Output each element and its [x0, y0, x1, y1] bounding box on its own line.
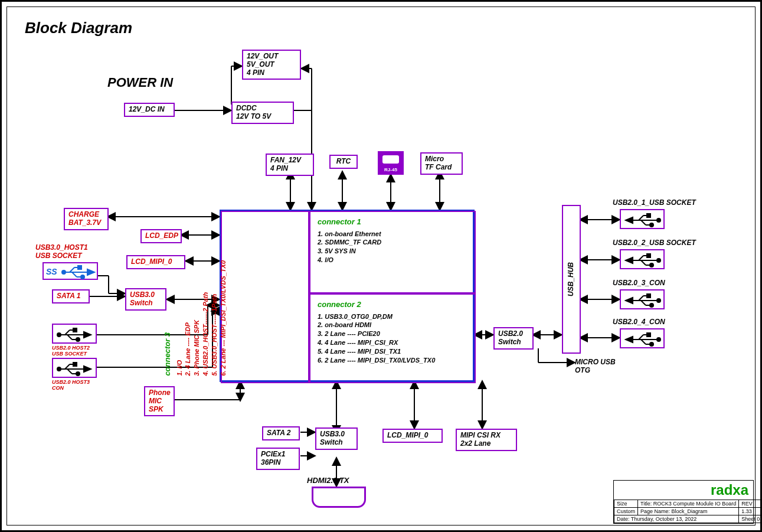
page-title: Block Diagram: [25, 19, 132, 37]
logo: radxa: [711, 482, 748, 498]
svg-point-88: [657, 299, 660, 302]
svg-line-92: [641, 301, 646, 305]
usb-hub-label: USB_HUB: [567, 262, 575, 296]
usb2-3-label: USB2.0_3_CON: [613, 279, 665, 287]
svg-rect-100: [647, 333, 650, 337]
block-usb2-switch: USB2.0 Switch: [493, 327, 534, 350]
svg-point-51: [57, 333, 61, 337]
block-sata2: SATA 2: [262, 426, 300, 440]
svg-line-44: [70, 267, 74, 272]
usb2-1-icon: [620, 209, 665, 229]
c2-item-2: 2. on-board HDMI: [318, 321, 467, 329]
c2-item-4: 4. 4 Lane ---- MIPI_CSI_RX: [318, 338, 467, 347]
c3-item-5: 5. USB3.0_HOST------1Path: [210, 216, 219, 376]
svg-line-65: [67, 369, 72, 374]
svg-line-101: [641, 340, 646, 344]
block-sata1: SATA 1: [52, 289, 90, 303]
svg-point-58: [76, 338, 80, 341]
tb-date-lbl: Date:: [617, 516, 630, 522]
usb2-host2-icon: [52, 324, 97, 344]
tb-title-val: ROCK3 Compute Module IO Board: [653, 501, 737, 507]
c1-item-4: 4. I/O: [318, 256, 467, 265]
power-in-label: POWER IN: [107, 75, 173, 90]
svg-point-67: [76, 372, 80, 376]
svg-line-80: [639, 256, 643, 260]
micro-usb-otg-label: MICRO USB OTG: [575, 358, 616, 374]
svg-line-53: [65, 330, 70, 335]
block-tf-card: Micro TF Card: [420, 152, 463, 175]
block-fan: FAN_12V 4 PIN: [266, 154, 314, 176]
tb-size-lbl: Size: [614, 500, 638, 508]
svg-point-76: [650, 223, 653, 227]
ss-usb3-icon: SS: [42, 262, 98, 280]
svg-line-89: [639, 296, 643, 301]
svg-marker-68: [626, 217, 633, 223]
svg-point-94: [650, 303, 653, 307]
tb-sheet-lbl: Sheet: [741, 516, 756, 522]
block-12v-5v-out: 12V_OUT 5V_OUT 4 PIN: [242, 50, 301, 80]
svg-line-98: [639, 335, 643, 340]
connector-1-title: connector 1: [318, 217, 467, 227]
usb2-4-icon: [620, 328, 665, 348]
tb-rev-val: 1.33: [739, 508, 762, 515]
svg-point-103: [650, 342, 653, 346]
c1-item-2: 2. SDMMC_TF CARD: [318, 238, 467, 247]
block-12v-dc-in: 12V_DC IN: [124, 103, 175, 117]
svg-marker-86: [626, 298, 633, 303]
block-dcdc: DCDC 12V TO 5V: [231, 102, 294, 124]
block-usb3-switch-bottom: USB3.0 Switch: [315, 427, 358, 450]
block-usb-hub: USB_HUB: [562, 205, 581, 354]
svg-marker-52: [84, 332, 91, 338]
block-charge-bat: CHARGE BAT_3.7V: [64, 208, 109, 230]
svg-marker-61: [84, 366, 91, 372]
usb2-1-label: USB2.0_1_USB SOCKET: [613, 198, 696, 207]
usb2-4-label: USB2.0_4_CON: [613, 318, 665, 326]
rj45-icon: RJ-45: [378, 151, 404, 175]
svg-point-49: [81, 275, 84, 279]
c1-item-3: 3. 5V SYS IN: [318, 247, 467, 256]
svg-line-62: [65, 364, 70, 369]
block-mipi-csi-rx: MIPI CSI RX 2x2 Lane: [456, 429, 517, 451]
svg-point-79: [657, 259, 660, 262]
block-phone-mic-spk: Phone MIC SPK: [144, 386, 175, 416]
svg-line-47: [72, 272, 77, 277]
svg-rect-91: [647, 294, 650, 298]
usb3-host1-label: USB3.0_HOST1 USB SOCKET: [35, 243, 88, 260]
c1-item-1: 1. on-board Ethernet: [318, 230, 467, 239]
c3-item-3: 3. Phone MIC SPK: [193, 216, 202, 376]
svg-point-97: [657, 338, 660, 341]
block-usb3-switch-left: USB3.0 Switch: [125, 288, 166, 311]
svg-point-85: [650, 263, 653, 267]
svg-rect-64: [73, 363, 77, 366]
block-lcd-mipi0-bottom: LCD_MIPI_0: [382, 429, 443, 443]
svg-marker-77: [626, 257, 633, 263]
rj45-label: RJ-45: [379, 167, 403, 172]
hdmi-port-icon: [312, 487, 366, 508]
svg-line-56: [67, 335, 72, 340]
usb2-2-icon: [620, 249, 665, 269]
svg-point-42: [62, 270, 66, 274]
tb-title-lbl: Title:: [640, 501, 652, 507]
hdmi-label: HDMI2.0 TX: [307, 476, 349, 485]
svg-rect-73: [647, 214, 650, 217]
svg-line-83: [641, 260, 646, 265]
svg-rect-55: [73, 328, 77, 332]
connector-1-box: connector 1 1. on-board Ethernet 2. SDMM…: [309, 211, 476, 293]
svg-rect-46: [78, 266, 81, 269]
c3-item-4: 4. USB2.0_HOST------2 Path: [201, 216, 210, 376]
c2-item-1: 1. USB3.0_OTG0_DP,DM: [318, 312, 467, 321]
tb-custom-lbl: Custom: [614, 508, 638, 515]
block-rtc: RTC: [329, 155, 358, 169]
usb2-host2-label: USB2.0 HOST2 USB SOCKET: [52, 345, 90, 357]
svg-line-74: [641, 220, 646, 225]
tb-page-name-val: Block_Diagram: [672, 508, 708, 514]
c2-item-3: 3. 2 Lane ---- PCIE20: [318, 329, 467, 338]
block-lcd-edp: LCD_EDP: [140, 229, 182, 243]
svg-point-60: [57, 367, 61, 371]
svg-line-71: [639, 216, 643, 220]
usb2-host3-icon: [52, 358, 97, 378]
tb-page-name-lbl: Page Name:: [640, 508, 670, 514]
block-pciex1: PCIEx1 36PIN: [256, 448, 300, 470]
svg-marker-95: [626, 337, 633, 342]
ss-label: SS: [46, 267, 57, 276]
